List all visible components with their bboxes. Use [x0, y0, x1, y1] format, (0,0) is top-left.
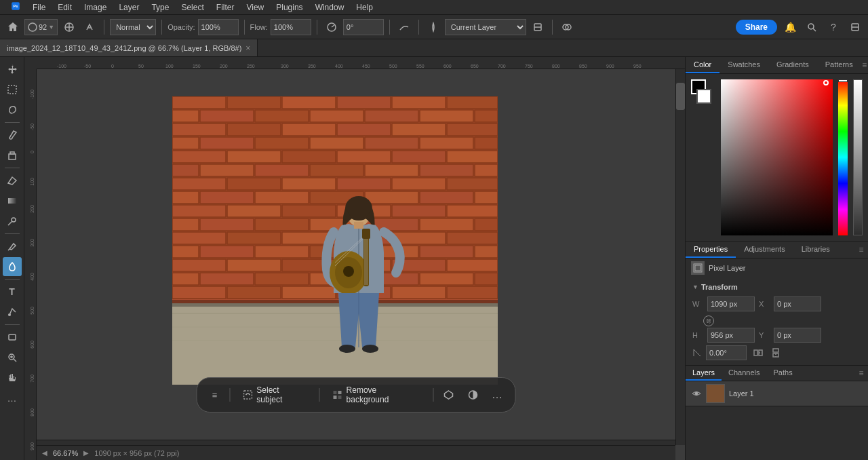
invert-button[interactable]: [464, 385, 483, 404]
properties-panel-menu[interactable]: ≡: [854, 242, 868, 258]
tool-brush[interactable]: [3, 126, 22, 145]
tool-preset-picker[interactable]: 92 ▼: [24, 19, 58, 35]
adjustments-tab[interactable]: Adjustments: [736, 242, 793, 258]
tool-gradient[interactable]: [3, 191, 22, 210]
tab-close-icon[interactable]: ×: [245, 43, 250, 53]
tool-dodge[interactable]: [3, 212, 22, 231]
tool-zoom[interactable]: [3, 348, 22, 367]
svg-rect-20: [8, 198, 16, 204]
flip-h-icon[interactable]: [751, 345, 766, 360]
menu-file[interactable]: File: [27, 1, 51, 14]
ruler-corner: [24, 57, 37, 69]
y-input[interactable]: [774, 328, 821, 343]
sample-select[interactable]: Current Layer All Layers: [445, 19, 526, 35]
home-button[interactable]: [4, 18, 22, 36]
hue-slider[interactable]: [838, 79, 848, 235]
blend-mode-select[interactable]: Normal Multiply Screen: [110, 19, 156, 35]
angle-value[interactable]: 0°: [343, 19, 384, 35]
angle-input[interactable]: [706, 345, 747, 360]
smooth-icon[interactable]: [395, 18, 413, 36]
more-options-button[interactable]: …: [488, 385, 507, 404]
menu-plugins[interactable]: Plugins: [271, 1, 308, 14]
menu-view[interactable]: View: [241, 1, 269, 14]
svg-line-8: [332, 25, 334, 27]
scrollbar-horizontal[interactable]: [37, 440, 675, 445]
menu-edit[interactable]: Edit: [52, 1, 77, 14]
x-input[interactable]: [774, 296, 821, 311]
notification-icon[interactable]: 🔔: [781, 18, 799, 36]
svg-rect-18: [9, 154, 16, 159]
gradients-tab[interactable]: Gradients: [768, 57, 817, 73]
transform-section-header[interactable]: ▼ Transform: [692, 283, 861, 291]
search-icon[interactable]: [803, 18, 821, 36]
properties-tabs: Properties Adjustments Libraries ≡: [686, 242, 868, 258]
tool-more[interactable]: …: [3, 389, 22, 408]
brush-size-value: 92: [39, 23, 47, 31]
transform-row-1: W X: [692, 296, 861, 311]
properties-tab[interactable]: Properties: [686, 242, 736, 258]
transform-collapse-arrow: ▼: [692, 284, 698, 290]
flow-value[interactable]: 100%: [271, 19, 311, 35]
menu-select[interactable]: Select: [176, 1, 209, 14]
opacity-value[interactable]: 100%: [198, 19, 239, 35]
color-gradient-picker[interactable]: [721, 79, 833, 235]
status-forward-arrow[interactable]: ▶: [83, 449, 89, 457]
overlay-icon[interactable]: [558, 18, 576, 36]
sample-mode-icon[interactable]: [529, 18, 547, 36]
help-icon[interactable]: ?: [825, 18, 842, 36]
tool-type[interactable]: T: [3, 282, 22, 301]
tool-marquee[interactable]: [3, 80, 22, 99]
swatches-tab[interactable]: Swatches: [719, 57, 768, 73]
settings-icon[interactable]: [846, 18, 864, 36]
menu-filter[interactable]: Filter: [211, 1, 240, 14]
tool-move[interactable]: [3, 60, 22, 79]
color-panel-menu[interactable]: ≡: [861, 57, 868, 73]
brush-mode-icon[interactable]: [60, 18, 78, 36]
menu-help[interactable]: Help: [351, 1, 378, 14]
scrollbar-vertical[interactable]: [675, 69, 685, 445]
canvas-wrapper[interactable]: ≡ Select subject Remove background: [37, 69, 675, 440]
paths-tab[interactable]: Paths: [767, 366, 800, 381]
tool-blur[interactable]: [3, 257, 22, 276]
tool-hand[interactable]: [3, 368, 22, 387]
status-back-arrow[interactable]: ◀: [42, 449, 47, 457]
tool-path-select[interactable]: [3, 303, 22, 322]
scrollbar-vertical-thumb[interactable]: [676, 83, 685, 110]
image-tab[interactable]: image_2024_12_18T10_49_43_241Z.png @ 66.…: [0, 39, 258, 56]
h-input[interactable]: [707, 328, 755, 343]
menu-image[interactable]: Image: [79, 1, 112, 14]
layer-item[interactable]: Layer 1: [686, 381, 868, 406]
tool-pen[interactable]: [3, 237, 22, 256]
menu-layer[interactable]: Layer: [113, 1, 144, 14]
svg-rect-178: [695, 265, 701, 271]
channels-tab[interactable]: Channels: [722, 366, 766, 381]
menu-window[interactable]: Window: [310, 1, 350, 14]
color-panel-tabs: Color Swatches Gradients Patterns ≡: [686, 57, 868, 74]
flip-v-icon[interactable]: [768, 345, 783, 360]
remove-background-button[interactable]: Remove background: [326, 382, 428, 408]
alpha-slider[interactable]: [853, 79, 863, 235]
share-button[interactable]: Share: [736, 20, 777, 35]
tool-lasso[interactable]: [3, 100, 22, 119]
chain-link-icon[interactable]: ⛓: [703, 315, 714, 326]
layer-visibility-icon[interactable]: [691, 388, 702, 399]
tool-eraser[interactable]: [3, 171, 22, 190]
flow-icon[interactable]: [425, 18, 442, 36]
background-color-swatch[interactable]: [696, 89, 711, 104]
color-tab[interactable]: Color: [686, 57, 719, 73]
w-input[interactable]: [707, 296, 755, 311]
angle-icon[interactable]: [323, 18, 340, 36]
select-subject-button[interactable]: Select subject: [235, 382, 313, 408]
layers-panel-menu[interactable]: ≡: [854, 366, 868, 381]
libraries-tab[interactable]: Libraries: [793, 242, 838, 258]
layers-tab[interactable]: Layers: [686, 366, 722, 381]
pressure-icon[interactable]: [81, 18, 98, 36]
tool-stamp[interactable]: [3, 146, 22, 165]
menu-ps[interactable]: Ps: [5, 0, 26, 14]
tool-rectangle[interactable]: [3, 328, 22, 347]
hamburger-menu-button[interactable]: ≡: [205, 385, 224, 404]
mask-button[interactable]: [439, 385, 458, 404]
menu-type[interactable]: Type: [146, 1, 174, 14]
patterns-tab[interactable]: Patterns: [817, 57, 861, 73]
svg-rect-179: [754, 350, 757, 356]
